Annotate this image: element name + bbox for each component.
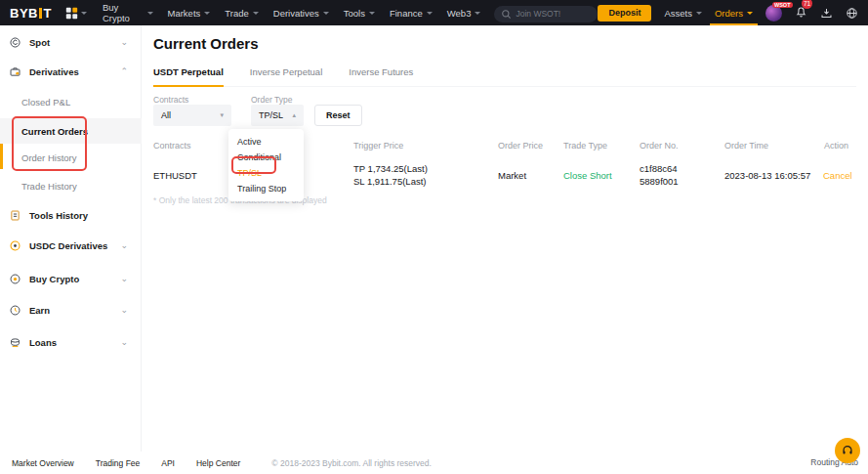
sidebar-item-label: Earn [29,305,50,316]
trigger-sl-line: SL 1,911.75(Last) [353,175,498,188]
customer-support-button[interactable] [835,438,860,463]
orders-label: Orders [715,8,743,19]
chevron-down-icon: ⌄ [120,241,128,250]
caret-up-icon: ▴ [292,111,296,119]
header-search [494,3,598,22]
cell-order-time: 2023-08-13 16:05:57 [724,170,823,181]
sidebar-item-spot[interactable]: Spot ⌄ [0,32,142,52]
sidebar-item-trade-history[interactable]: Trade History [0,176,142,195]
header-right: Deposit Assets Orders WSOT 71 [598,0,858,25]
column-header-order-price: Order Price [498,141,563,151]
account-avatar[interactable]: WSOT [765,5,782,22]
sidebar-item-tools-history[interactable]: Tools History [0,205,142,225]
nav-markets[interactable]: Markets [168,8,211,19]
menu-item-trailing-stop[interactable]: Trailing Stop [228,181,304,196]
caret-down-icon [696,12,702,15]
sidebar-item-label: Current Orders [21,126,88,137]
chevron-down-icon: ⌄ [120,338,128,347]
sidebar-item-usdc-derivatives[interactable]: USDC Derivatives ⌄ [0,236,142,255]
caret-down-icon [81,12,87,15]
caret-down-icon [427,12,433,15]
nav-label: Web3 [447,8,472,19]
caret-down-icon [369,12,375,15]
menu-item-tpsl[interactable]: TP/SL [228,165,304,181]
language-button[interactable] [846,7,858,20]
sidebar-item-label: USDC Derivatives [29,240,107,251]
caret-down-icon [147,12,153,15]
main-nav: Buy Crypto Markets Trade Derivatives Too… [103,2,481,23]
top-header: BYBT Buy Crypto Markets Trade Derivative… [0,0,868,25]
chevron-down-icon: ⌄ [120,38,128,47]
sidebar: Spot ⌄ Derivatives ⌃ Closed P&L Current … [0,25,142,452]
nav-derivatives[interactable]: Derivatives [273,8,329,19]
cell-trade-type: Close Short [563,170,640,181]
menu-item-active[interactable]: Active [228,134,304,150]
footer-link-help-center[interactable]: Help Center [196,458,240,468]
order-type-select[interactable]: TP/SL ▴ [251,105,304,126]
nav-buy-crypto[interactable]: Buy Crypto [103,2,153,23]
nav-finance[interactable]: Finance [390,8,433,19]
column-header-trade-type: Trade Type [563,141,640,151]
nav-label: Derivatives [273,8,319,19]
nav-web3[interactable]: Web3 [447,8,481,19]
caret-down-icon: ▾ [220,111,224,119]
apps-grid-icon[interactable] [65,7,87,20]
notifications-button[interactable]: 71 [795,4,807,22]
footer: Market Overview Trading Fee API Help Cen… [0,452,868,474]
cell-order-no: c1f88c64 5889f001 [640,162,724,188]
cell-trigger-price: TP 1,734.25(Last) SL 1,911.75(Last) [353,162,498,188]
sidebar-item-earn[interactable]: Earn ⌄ [0,300,142,320]
footer-link-trading-fee[interactable]: Trading Fee [96,458,141,468]
caret-down-icon [204,12,210,15]
sidebar-item-closed-pnl[interactable]: Closed P&L [0,92,142,111]
tab-inverse-futures[interactable]: Inverse Futures [349,66,413,86]
sidebar-item-label: Buy Crypto [29,274,79,284]
sidebar-item-current-orders[interactable]: Current Orders [0,118,142,144]
sidebar-item-label: Loans [29,337,57,348]
download-icon [820,7,833,20]
order-type-select-value: TP/SL [259,110,283,120]
sidebar-item-derivatives[interactable]: Derivatives ⌃ [0,62,142,81]
orders-menu[interactable]: Orders [715,0,753,25]
column-header-action: Action [823,141,856,151]
usdc-coin-icon [9,239,21,252]
logo-i-bar [39,8,42,19]
sidebar-item-label: Trade History [21,181,77,192]
footer-link-market-overview[interactable]: Market Overview [12,458,74,468]
deposit-button[interactable]: Deposit [598,5,651,22]
tab-inverse-perpetual[interactable]: Inverse Perpetual [250,66,322,86]
notification-count-badge: 71 [802,0,812,9]
chevron-down-icon: ⌄ [120,306,128,315]
menu-item-conditional[interactable]: Conditional [228,150,304,165]
caret-down-icon [253,12,259,15]
derivatives-briefcase-icon [9,65,21,78]
bybit-logo[interactable]: BYBT [10,6,52,21]
sidebar-item-label: Tools History [29,210,88,221]
sidebar-item-label: Spot [29,37,50,48]
spot-coin-icon [9,36,21,49]
sidebar-item-label: Derivatives [29,66,79,77]
avatar-wsot-badge: WSOT [772,2,793,9]
nav-tools[interactable]: Tools [344,8,375,19]
nav-label: Trade [225,8,248,19]
nav-trade[interactable]: Trade [225,8,258,19]
tools-history-document-icon [9,209,21,222]
cancel-order-button[interactable]: Cancel [823,170,860,181]
sidebar-item-loans[interactable]: Loans ⌄ [0,332,142,352]
sidebar-item-buy-crypto[interactable]: Buy Crypto ⌄ [0,269,142,288]
trigger-tp-line: TP 1,734.25(Last) [353,162,498,175]
contracts-select-value: All [161,110,171,120]
footer-link-api[interactable]: API [161,458,175,468]
reset-button[interactable]: Reset [314,105,362,126]
chevron-up-icon: ⌃ [120,67,128,76]
tab-usdt-perpetual[interactable]: USDT Perpetual [153,66,224,87]
earn-clock-icon [9,304,21,317]
column-header-order-no: Order No. [640,141,724,151]
contracts-select[interactable]: All ▾ [153,105,231,126]
sidebar-item-order-history[interactable]: Order History [0,148,142,167]
assets-menu[interactable]: Assets [664,0,702,25]
nav-label: Tools [344,8,365,19]
download-app-button[interactable] [820,7,833,20]
nav-label: Markets [168,8,201,19]
order-no-line1: c1f88c64 [640,162,724,175]
